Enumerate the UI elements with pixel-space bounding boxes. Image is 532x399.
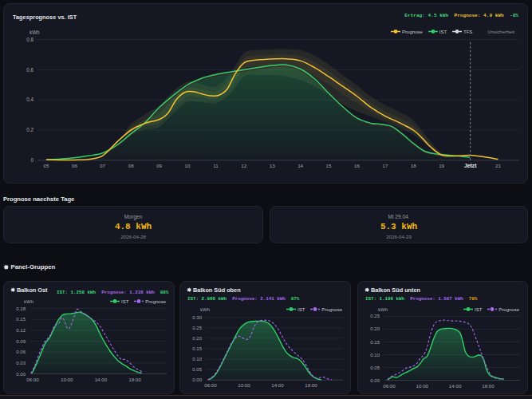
svg-text:0.15: 0.15 bbox=[16, 317, 26, 322]
svg-text:18:00: 18:00 bbox=[128, 377, 141, 382]
svg-text:14:00: 14:00 bbox=[271, 382, 284, 388]
svg-text:0.10: 0.10 bbox=[192, 357, 202, 361]
svg-text:12: 12 bbox=[241, 163, 246, 168]
svg-text:18: 18 bbox=[411, 163, 416, 168]
svg-text:0.30: 0.30 bbox=[192, 315, 202, 320]
svg-text:06:00: 06:00 bbox=[26, 377, 39, 382]
svg-text:14: 14 bbox=[298, 163, 303, 168]
svg-text:10:00: 10:00 bbox=[61, 377, 73, 382]
svg-text:0.4: 0.4 bbox=[26, 97, 33, 102]
svg-text:06:00: 06:00 bbox=[383, 383, 396, 389]
svg-text:10: 10 bbox=[185, 163, 191, 168]
svg-text:08: 08 bbox=[128, 163, 134, 168]
svg-text:Jetzt: Jetzt bbox=[464, 163, 477, 168]
svg-text:0.25: 0.25 bbox=[192, 326, 202, 330]
svg-text:18:00: 18:00 bbox=[305, 382, 317, 388]
svg-text:06: 06 bbox=[72, 163, 77, 168]
svg-text:0.25: 0.25 bbox=[370, 314, 380, 318]
svg-text:0.06: 0.06 bbox=[16, 350, 26, 354]
svg-text:0.15: 0.15 bbox=[192, 346, 202, 351]
svg-text:0.03: 0.03 bbox=[16, 361, 26, 365]
svg-text:0.05: 0.05 bbox=[370, 365, 380, 370]
svg-text:17: 17 bbox=[382, 163, 388, 168]
svg-text:07: 07 bbox=[100, 163, 105, 168]
svg-text:0.8: 0.8 bbox=[26, 37, 33, 42]
svg-text:16: 16 bbox=[354, 163, 360, 168]
svg-text:13: 13 bbox=[270, 163, 275, 168]
svg-text:0.12: 0.12 bbox=[16, 328, 26, 333]
svg-text:10:00: 10:00 bbox=[238, 382, 250, 388]
svg-text:0.05: 0.05 bbox=[192, 367, 202, 372]
svg-text:0.00: 0.00 bbox=[370, 378, 380, 383]
svg-text:0.6: 0.6 bbox=[26, 67, 33, 73]
svg-text:11: 11 bbox=[213, 163, 219, 168]
svg-text:0.2: 0.2 bbox=[26, 127, 33, 132]
svg-text:14:00: 14:00 bbox=[449, 383, 462, 389]
svg-text:0.15: 0.15 bbox=[370, 340, 380, 345]
svg-text:09: 09 bbox=[156, 163, 162, 168]
svg-text:19: 19 bbox=[439, 163, 444, 168]
svg-text:0: 0 bbox=[30, 157, 33, 163]
svg-text:18:00: 18:00 bbox=[482, 383, 495, 389]
svg-text:0.20: 0.20 bbox=[192, 336, 202, 341]
svg-text:0.09: 0.09 bbox=[16, 339, 26, 344]
svg-text:14:00: 14:00 bbox=[95, 377, 108, 382]
svg-text:06:00: 06:00 bbox=[204, 382, 217, 388]
svg-text:15: 15 bbox=[326, 163, 332, 168]
svg-text:0.00: 0.00 bbox=[16, 372, 26, 377]
svg-text:21: 21 bbox=[495, 163, 501, 168]
svg-text:0.10: 0.10 bbox=[370, 353, 380, 358]
svg-text:05: 05 bbox=[44, 163, 49, 168]
svg-text:10:00: 10:00 bbox=[416, 383, 429, 389]
svg-text:0.18: 0.18 bbox=[16, 306, 26, 311]
svg-text:0.00: 0.00 bbox=[192, 377, 202, 382]
svg-text:0.20: 0.20 bbox=[370, 326, 380, 331]
